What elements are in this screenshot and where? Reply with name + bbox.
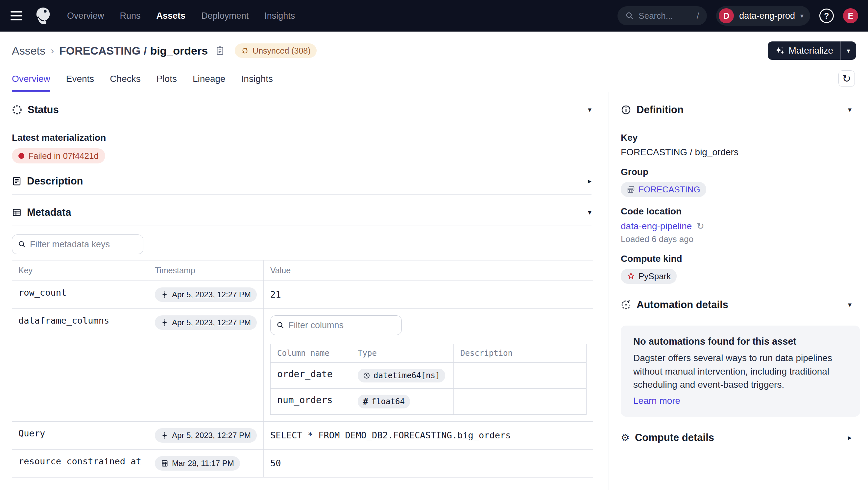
column-header-timestamp: Timestamp bbox=[148, 261, 264, 281]
chevron-down-icon[interactable]: ▾ bbox=[588, 208, 591, 217]
chevron-right-icon[interactable]: ▸ bbox=[848, 433, 851, 442]
dagster-logo-icon[interactable] bbox=[34, 6, 53, 25]
metadata-table-icon bbox=[12, 208, 22, 217]
type-label: float64 bbox=[372, 397, 405, 406]
tab-events[interactable]: Events bbox=[66, 66, 94, 92]
materialization-status-badge[interactable]: Failed in 07f4421d bbox=[12, 148, 105, 163]
primary-nav: Overview Runs Assets Deployment Insights bbox=[67, 11, 295, 21]
timestamp-pill[interactable]: Apr 5, 2023, 12:27 PM bbox=[155, 428, 257, 442]
pyspark-star-icon bbox=[627, 272, 635, 280]
cell-key: resource_constrained_at bbox=[12, 450, 148, 478]
chevron-down-icon[interactable]: ▾ bbox=[848, 301, 851, 309]
timestamp-label: Apr 5, 2023, 12:27 PM bbox=[172, 290, 251, 299]
divider bbox=[621, 123, 860, 123]
breadcrumb-asset-group: FORECASTING / bbox=[59, 44, 147, 57]
key-value: FORECASTING / big_orders bbox=[621, 147, 860, 157]
timestamp-pill[interactable]: Apr 5, 2023, 12:27 PM bbox=[155, 315, 257, 330]
column-header-key: Key bbox=[12, 261, 148, 281]
materialize-button[interactable]: Materialize bbox=[768, 41, 840, 60]
cell-value: SELECT * FROM DEMO_DB2.FORECASTING.big_o… bbox=[270, 428, 511, 440]
user-avatar[interactable]: E bbox=[843, 8, 858, 23]
help-icon[interactable]: ? bbox=[819, 8, 834, 23]
metadata-filter[interactable] bbox=[12, 235, 143, 254]
lineage-section-header: Lineage View in graph ▾ bbox=[12, 478, 591, 490]
deployment-switcher[interactable]: D data-eng-prod ▾ bbox=[716, 6, 810, 26]
tab-insights[interactable]: Insights bbox=[241, 66, 273, 92]
type-pill: datetime64[ns] bbox=[358, 369, 445, 382]
tab-overview[interactable]: Overview bbox=[12, 66, 50, 92]
cell-description bbox=[454, 389, 587, 415]
nav-item-insights[interactable]: Insights bbox=[265, 11, 295, 21]
tab-plots[interactable]: Plots bbox=[156, 66, 177, 92]
columns-filter[interactable] bbox=[270, 315, 402, 335]
refresh-button[interactable]: ↻ bbox=[838, 70, 855, 87]
nav-item-runs[interactable]: Runs bbox=[120, 11, 141, 21]
unsynced-badge-label: Unsynced (308) bbox=[252, 46, 310, 56]
table-row: resource_constrained_at Mar 28, 11:17 PM… bbox=[12, 450, 593, 478]
hamburger-menu-icon[interactable] bbox=[10, 11, 22, 21]
tab-checks[interactable]: Checks bbox=[110, 66, 141, 92]
description-section-header: Description ▸ bbox=[12, 163, 591, 187]
column-header-description: Description bbox=[454, 344, 587, 363]
code-location-link[interactable]: data-eng-pipeline bbox=[621, 221, 692, 232]
failed-dot-icon bbox=[19, 153, 24, 159]
materialization-sparkle-icon bbox=[161, 319, 169, 327]
search-input[interactable] bbox=[639, 11, 692, 21]
description-icon bbox=[12, 176, 22, 186]
metadata-filter-input[interactable] bbox=[30, 239, 137, 250]
tab-lineage[interactable]: Lineage bbox=[193, 66, 225, 92]
copy-asset-key-button[interactable] bbox=[215, 45, 225, 56]
definition-section-header: Definition ▾ bbox=[621, 92, 860, 116]
clock-icon bbox=[363, 372, 370, 379]
timestamp-pill[interactable]: Apr 5, 2023, 12:27 PM bbox=[155, 287, 257, 302]
cell-value: 50 bbox=[270, 456, 281, 468]
chevron-down-icon[interactable]: ▾ bbox=[848, 105, 851, 114]
cell-value: 21 bbox=[270, 287, 281, 300]
column-header-type: Type bbox=[351, 344, 454, 363]
table-row: dataframe_columns Apr 5, 2023, 12:27 PM bbox=[12, 309, 593, 422]
materialize-dropdown-button[interactable]: ▾ bbox=[840, 41, 856, 60]
automation-empty-body: Dagster offers several ways to run data … bbox=[633, 351, 844, 392]
nav-item-deployment[interactable]: Deployment bbox=[201, 11, 249, 21]
automation-icon bbox=[621, 300, 631, 310]
hash-icon: # bbox=[363, 397, 368, 406]
columns-filter-input[interactable] bbox=[288, 320, 396, 331]
learn-more-link[interactable]: Learn more bbox=[633, 396, 680, 406]
definition-sidebar: Definition ▾ Key FORECASTING / big_order… bbox=[609, 92, 868, 490]
automation-empty-title: No automations found for this asset bbox=[633, 336, 848, 347]
global-search[interactable]: / bbox=[617, 6, 707, 25]
chevron-right-icon[interactable]: ▸ bbox=[588, 177, 591, 185]
compute-details-section-title: Compute details bbox=[635, 432, 714, 443]
failed-badge-label: Failed in 07f4421d bbox=[28, 151, 99, 161]
metadata-section-header: Metadata ▾ bbox=[12, 195, 591, 218]
column-header-name: Column name bbox=[271, 344, 351, 363]
top-navbar: Overview Runs Assets Deployment Insights… bbox=[0, 0, 868, 32]
breadcrumb-asset-name: big_orders bbox=[150, 44, 208, 57]
group-pill[interactable]: FORECASTING bbox=[621, 182, 706, 197]
chevron-down-icon: ▾ bbox=[847, 47, 850, 55]
chevron-down-icon: ▾ bbox=[800, 12, 804, 20]
breadcrumb-assets-link[interactable]: Assets bbox=[12, 44, 45, 57]
unsynced-status-badge[interactable]: Unsynced (308) bbox=[235, 43, 316, 58]
search-icon bbox=[277, 321, 284, 329]
timestamp-pill[interactable]: Mar 28, 11:17 PM bbox=[155, 456, 240, 470]
metadata-section-title: Metadata bbox=[27, 207, 71, 218]
table-row: row_count Apr 5, 2023, 12:27 PM 21 bbox=[12, 281, 593, 309]
chevron-down-icon[interactable]: ▾ bbox=[588, 105, 591, 114]
metadata-table: Key Timestamp Value row_count Apr 5, 202… bbox=[12, 260, 593, 478]
definition-section-title: Definition bbox=[637, 104, 684, 116]
page-header: Assets › FORECASTING / big_orders Unsync… bbox=[0, 32, 868, 62]
compute-kind-pill[interactable]: PySpark bbox=[621, 269, 677, 284]
compute-kind-pill-label: PySpark bbox=[639, 271, 671, 281]
materialization-sparkle-icon bbox=[161, 291, 169, 299]
nav-item-assets[interactable]: Assets bbox=[156, 11, 186, 21]
refresh-icon: ↻ bbox=[842, 72, 851, 85]
materialize-split-button: Materialize ▾ bbox=[768, 41, 856, 60]
deployment-name: data-eng-prod bbox=[739, 11, 795, 21]
cell-column-name: num_orders bbox=[271, 389, 351, 415]
nav-item-overview[interactable]: Overview bbox=[67, 11, 104, 21]
sync-problem-icon bbox=[241, 47, 249, 55]
timestamp-label: Mar 28, 11:17 PM bbox=[172, 459, 234, 468]
reload-icon[interactable]: ↻ bbox=[696, 221, 704, 232]
search-icon bbox=[18, 240, 26, 248]
